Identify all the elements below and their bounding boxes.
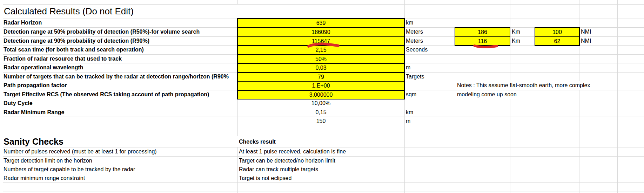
- value-cell[interactable]: 2,15: [237, 45, 405, 55]
- notes-line-2[interactable]: modeling come up soon: [457, 90, 639, 99]
- km-unit-cell[interactable]: Km: [512, 27, 533, 36]
- nmi-unit-cell[interactable]: NMI: [581, 27, 616, 36]
- row-label-cell[interactable]: Radar operational wavelength: [4, 63, 237, 72]
- sanity-result-cell[interactable]: Radar can track multiple targets: [239, 165, 404, 174]
- row-label-cell[interactable]: Number of targets that can be tracked by…: [4, 72, 237, 81]
- unit-cell[interactable]: Seconds: [406, 45, 454, 54]
- gridline-v: [3, 0, 3, 193]
- checks-result-header[interactable]: Checks result: [239, 137, 404, 146]
- notes-line-1[interactable]: Notes : This assume flat-smooth earth, m…: [457, 81, 639, 90]
- row-label-cell[interactable]: [4, 117, 237, 126]
- unit-cell[interactable]: sqm: [406, 90, 454, 99]
- nmi-unit-cell[interactable]: NMI: [581, 36, 616, 45]
- gridline-h: [3, 182, 644, 183]
- gridline-v: [237, 147, 238, 193]
- value-cell[interactable]: 50%: [237, 54, 405, 64]
- gridline-v: [535, 90, 535, 193]
- km-value-cell[interactable]: 186: [455, 27, 510, 37]
- row-label-cell[interactable]: Detection range at 90% probability of de…: [4, 36, 237, 45]
- sanity-result-cell[interactable]: At least 1 pulse received, calculation i…: [239, 147, 404, 156]
- value-cell[interactable]: 10,00%: [237, 99, 404, 108]
- km-value-cell[interactable]: 116: [455, 36, 510, 46]
- unit-cell[interactable]: Meters: [406, 27, 454, 36]
- row-label-cell[interactable]: Duty Cycle: [4, 99, 237, 108]
- value-cell[interactable]: 639: [237, 18, 405, 28]
- sanity-label-cell[interactable]: Radar minimum range constraint: [4, 174, 237, 182]
- spreadsheet: Calculated Results (Do not Edit) Radar H…: [0, 0, 644, 193]
- section-title[interactable]: Calculated Results (Do not Edit): [4, 4, 134, 18]
- value-cell[interactable]: 3,000000: [237, 90, 405, 99]
- gridline-v: [579, 90, 579, 193]
- value-cell[interactable]: 1,E+00: [237, 81, 405, 91]
- km-unit-cell[interactable]: Km: [512, 36, 533, 45]
- unit-cell[interactable]: Meters: [406, 36, 454, 45]
- row-label-cell[interactable]: Fraction of radar resource that used to …: [4, 54, 237, 63]
- value-cell[interactable]: 79: [237, 72, 405, 82]
- nmi-value-cell[interactable]: 62: [535, 36, 580, 46]
- gridline-v: [510, 99, 510, 193]
- gridline-v: [237, 0, 238, 4]
- sanity-label-cell[interactable]: Target detection limit on the horizon: [4, 156, 237, 165]
- gridline-h: [3, 136, 644, 136]
- row-label-cell[interactable]: Target Effective RCS (The observed RCS t…: [4, 90, 237, 99]
- value-cell[interactable]: 150: [237, 117, 404, 126]
- value-cell[interactable]: 186090: [237, 27, 405, 37]
- row-label-cell[interactable]: Total scan time (for both track and sear…: [4, 45, 237, 54]
- nmi-value-cell[interactable]: 100: [535, 27, 580, 37]
- sanity-result-cell[interactable]: Target can be detected/no horizon limit: [239, 156, 404, 165]
- row-label-cell[interactable]: Detection range at 50% probability of de…: [4, 27, 237, 36]
- sanity-label-cell[interactable]: Numbers of target capable to be tracked …: [4, 165, 237, 174]
- unit-cell[interactable]: km: [406, 108, 454, 117]
- gridline-h: [3, 126, 644, 126]
- unit-cell[interactable]: Targets: [406, 72, 454, 81]
- value-cell[interactable]: 0,15: [237, 108, 404, 117]
- value-cell[interactable]: 0,03: [237, 63, 405, 73]
- value-cell[interactable]: 115647: [237, 36, 405, 46]
- sanity-result-cell[interactable]: Target is not eclipsed: [239, 174, 404, 182]
- row-label-cell[interactable]: Radar Horizon: [4, 18, 237, 27]
- row-label-cell[interactable]: Path propagation factor: [4, 81, 237, 90]
- row-label-cell[interactable]: Radar Minimum Range: [4, 108, 237, 117]
- sanity-label-cell[interactable]: Number of pulses received (must be at le…: [4, 147, 237, 156]
- unit-cell[interactable]: km: [406, 18, 454, 27]
- sanity-checks-title[interactable]: Sanity Checks: [4, 136, 63, 147]
- unit-cell[interactable]: m: [406, 63, 454, 72]
- gridline-h: [3, 192, 644, 192]
- unit-cell[interactable]: m: [406, 117, 454, 126]
